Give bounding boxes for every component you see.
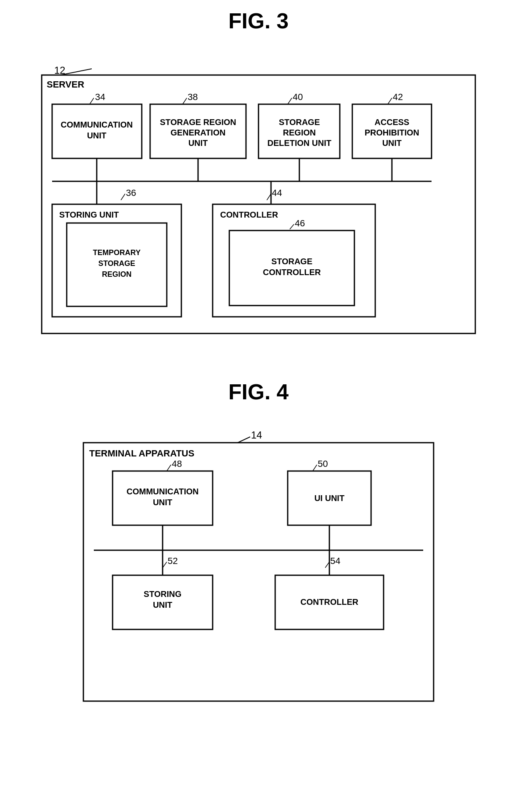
fig4-title: FIG. 4 <box>228 379 289 404</box>
svg-text:COMMUNICATION: COMMUNICATION <box>61 120 133 129</box>
svg-text:CONTROLLER: CONTROLLER <box>301 597 359 606</box>
svg-line-51 <box>238 437 250 443</box>
svg-text:UNIT: UNIT <box>382 138 402 148</box>
svg-line-46 <box>290 224 294 229</box>
svg-text:STORAGE: STORAGE <box>271 257 313 266</box>
fig3-container: 12 SERVER 34 38 40 42 COMMUNICATION UNIT… <box>29 46 488 338</box>
svg-text:UNIT: UNIT <box>153 600 173 609</box>
svg-line-32 <box>121 194 125 200</box>
svg-text:42: 42 <box>393 92 403 102</box>
svg-text:STORING: STORING <box>144 589 182 599</box>
svg-line-4 <box>90 98 94 104</box>
svg-text:40: 40 <box>293 92 303 102</box>
svg-text:CONTROLLER: CONTROLLER <box>220 210 278 219</box>
svg-text:TEMPORARY: TEMPORARY <box>93 248 141 257</box>
svg-text:38: 38 <box>188 92 198 102</box>
svg-text:36: 36 <box>126 188 136 198</box>
svg-text:UNIT: UNIT <box>87 131 107 140</box>
svg-text:STORING UNIT: STORING UNIT <box>59 210 119 219</box>
fig4-diagram: 14 TERMINAL APPARATUS 48 50 COMMUNICATIO… <box>71 417 446 709</box>
svg-text:COMMUNICATION: COMMUNICATION <box>127 487 199 496</box>
svg-rect-53 <box>83 443 434 701</box>
svg-text:34: 34 <box>95 92 105 102</box>
svg-text:14: 14 <box>251 429 262 441</box>
fig3-title: FIG. 3 <box>228 8 289 33</box>
svg-text:REGION: REGION <box>102 270 131 278</box>
svg-text:50: 50 <box>318 459 328 469</box>
svg-line-6 <box>183 98 187 104</box>
svg-text:UNIT: UNIT <box>153 498 173 507</box>
svg-line-8 <box>288 98 292 104</box>
fig4-container: 14 TERMINAL APPARATUS 48 50 COMMUNICATIO… <box>71 417 446 709</box>
svg-text:54: 54 <box>330 556 340 566</box>
svg-text:12: 12 <box>54 65 65 76</box>
svg-text:48: 48 <box>172 459 182 469</box>
svg-text:SERVER: SERVER <box>47 79 84 90</box>
svg-text:TERMINAL APPARATUS: TERMINAL APPARATUS <box>89 448 194 459</box>
svg-text:REGION: REGION <box>283 128 316 137</box>
svg-text:44: 44 <box>272 188 282 198</box>
svg-text:52: 52 <box>168 556 178 566</box>
svg-text:CONTROLLER: CONTROLLER <box>263 268 321 277</box>
svg-text:STORAGE REGION: STORAGE REGION <box>160 118 236 127</box>
svg-text:ACCESS: ACCESS <box>374 118 409 127</box>
svg-text:DELETION UNIT: DELETION UNIT <box>267 138 331 148</box>
svg-text:STORAGE: STORAGE <box>98 259 136 268</box>
svg-text:UI UNIT: UI UNIT <box>314 494 344 503</box>
svg-line-10 <box>388 98 392 104</box>
svg-line-55 <box>167 465 171 471</box>
svg-text:STORAGE: STORAGE <box>279 118 320 127</box>
svg-text:UNIT: UNIT <box>188 138 208 148</box>
svg-text:GENERATION: GENERATION <box>171 128 226 137</box>
svg-text:PROHIBITION: PROHIBITION <box>364 128 419 137</box>
svg-line-57 <box>313 465 317 471</box>
fig3-diagram: 12 SERVER 34 38 40 42 COMMUNICATION UNIT… <box>29 46 488 338</box>
svg-text:46: 46 <box>295 218 305 228</box>
